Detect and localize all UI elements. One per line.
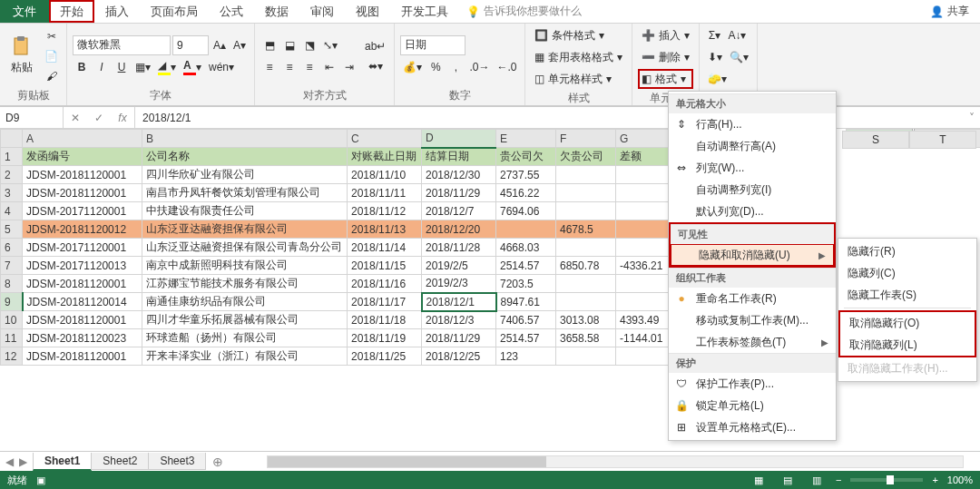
cell[interactable]: 开来丰泽实业（浙江）有限公司 bbox=[142, 347, 348, 366]
row-header[interactable]: 6 bbox=[1, 239, 23, 257]
increase-indent-button[interactable]: ⇥ bbox=[340, 58, 358, 76]
cell[interactable]: 江苏娜宝节能技术服务有限公司 bbox=[142, 275, 348, 293]
menu-protect-sheet[interactable]: 🛡保护工作表(P)... bbox=[669, 373, 836, 395]
cell[interactable]: 2018/11/15 bbox=[348, 257, 422, 275]
cell[interactable]: 2018/12/25 bbox=[422, 347, 496, 366]
tab-formulas[interactable]: 公式 bbox=[209, 0, 254, 23]
col-header-f[interactable]: F bbox=[556, 130, 616, 148]
cell[interactable] bbox=[496, 220, 556, 239]
cell[interactable]: 6850.78 bbox=[556, 257, 616, 275]
cell[interactable]: 2737.55 bbox=[496, 166, 556, 184]
fill-color-button[interactable]: ◢▾ bbox=[155, 58, 179, 76]
cell[interactable]: 4678.5 bbox=[556, 220, 616, 239]
align-top-button[interactable]: ⬒ bbox=[260, 36, 279, 54]
horizontal-scrollbar[interactable] bbox=[267, 455, 964, 468]
fill-button[interactable]: ⬇▾ bbox=[705, 48, 725, 66]
cell[interactable]: 2019/2/5 bbox=[422, 257, 496, 275]
decrease-decimal-button[interactable]: ←.0 bbox=[494, 58, 519, 76]
cell[interactable] bbox=[556, 347, 616, 366]
row-header[interactable]: 4 bbox=[1, 202, 23, 220]
cell[interactable]: JDSM-20181120001 bbox=[23, 311, 142, 329]
font-color-button[interactable]: A▾ bbox=[181, 58, 204, 76]
insert-function-button[interactable]: fx bbox=[111, 107, 134, 128]
cell[interactable]: JDSM-20171120001 bbox=[23, 202, 142, 220]
cell[interactable]: 2018/11/12 bbox=[348, 202, 422, 220]
tab-home[interactable]: 开始 bbox=[49, 0, 94, 23]
page-layout-view-button[interactable]: ▤ bbox=[778, 474, 798, 486]
tab-developer[interactable]: 开发工具 bbox=[390, 0, 459, 23]
zoom-slider[interactable] bbox=[850, 478, 923, 482]
wrap-text-button[interactable]: ab↵ bbox=[362, 37, 388, 55]
tell-me[interactable]: 💡 告诉我你想要做什么 bbox=[466, 0, 582, 23]
cell-styles-button[interactable]: ◫单元格样式 ▾ bbox=[531, 69, 626, 89]
col-header-a[interactable]: A bbox=[23, 130, 142, 148]
zoom-in-button[interactable]: + bbox=[932, 474, 937, 485]
cell[interactable]: 4668.03 bbox=[496, 239, 556, 257]
cell[interactable]: 公司名称 bbox=[142, 148, 348, 166]
sheet-tab-1[interactable]: Sheet1 bbox=[33, 453, 92, 471]
file-menu[interactable]: 文件 bbox=[0, 0, 49, 23]
tab-data[interactable]: 数据 bbox=[254, 0, 299, 23]
row-header[interactable]: 12 bbox=[1, 347, 23, 366]
align-left-button[interactable]: ≡ bbox=[260, 58, 279, 76]
cell[interactable]: 2018/11/17 bbox=[348, 293, 422, 311]
row-header[interactable]: 2 bbox=[1, 166, 23, 184]
clear-button[interactable]: 🧽▾ bbox=[705, 70, 730, 88]
cell[interactable]: 2018/11/13 bbox=[348, 220, 422, 239]
cell[interactable] bbox=[616, 275, 672, 293]
row-header[interactable]: 9 bbox=[1, 293, 23, 311]
cell[interactable]: 差额 bbox=[616, 148, 672, 166]
phonetic-button[interactable]: wén▾ bbox=[206, 58, 237, 76]
cell[interactable]: 2018/11/18 bbox=[348, 311, 422, 329]
cell[interactable]: JDSM-20181120001 bbox=[23, 184, 142, 202]
autosum-button[interactable]: Σ▾ bbox=[705, 26, 723, 44]
cell[interactable]: 2018/11/11 bbox=[348, 184, 422, 202]
add-sheet-button[interactable]: ⊕ bbox=[205, 455, 230, 469]
align-bottom-button[interactable]: ⬔ bbox=[300, 36, 318, 54]
cell[interactable]: 中扶建设有限责任公司 bbox=[142, 202, 348, 220]
sheet-tab-2[interactable]: Sheet2 bbox=[91, 453, 149, 470]
submenu-hide-cols[interactable]: 隐藏列(C) bbox=[838, 262, 976, 284]
bold-button[interactable]: B bbox=[73, 58, 91, 76]
font-name-combo[interactable]: 微软雅黑 bbox=[73, 35, 171, 55]
submenu-hide-sheet[interactable]: 隐藏工作表(S) bbox=[838, 284, 976, 306]
cell[interactable]: 2018/12/30 bbox=[422, 166, 496, 184]
cell[interactable]: 2514.57 bbox=[496, 329, 556, 347]
cell[interactable]: JDSM-20171120013 bbox=[23, 257, 142, 275]
cell[interactable]: 8947.61 bbox=[496, 293, 556, 311]
cell[interactable] bbox=[556, 166, 616, 184]
align-middle-button[interactable]: ⬓ bbox=[280, 36, 299, 54]
menu-row-height[interactable]: ⇕行高(H)... bbox=[669, 113, 836, 135]
cell[interactable]: 7203.5 bbox=[496, 275, 556, 293]
menu-rename-sheet[interactable]: ●重命名工作表(R) bbox=[669, 288, 836, 309]
cell[interactable]: 发函编号 bbox=[23, 148, 142, 166]
tab-review[interactable]: 审阅 bbox=[299, 0, 345, 23]
cell[interactable]: 2018/11/19 bbox=[348, 329, 422, 347]
paste-button[interactable]: 粘贴 bbox=[5, 34, 38, 77]
share-button[interactable]: 👤 共享 bbox=[919, 0, 980, 23]
cell[interactable]: 2018/11/16 bbox=[348, 275, 422, 293]
tab-insert[interactable]: 插入 bbox=[94, 0, 140, 23]
cell[interactable] bbox=[616, 184, 672, 202]
merge-center-button[interactable]: ⬌▾ bbox=[362, 57, 388, 75]
cell[interactable]: 2018/11/28 bbox=[422, 239, 496, 257]
cell[interactable]: 2018/11/14 bbox=[348, 239, 422, 257]
col-header-d[interactable]: D bbox=[422, 130, 496, 148]
page-break-view-button[interactable]: ▥ bbox=[807, 474, 827, 486]
cell[interactable] bbox=[556, 239, 616, 257]
underline-button[interactable]: U bbox=[113, 58, 131, 76]
cell[interactable]: 4393.49 bbox=[616, 311, 672, 329]
macro-record-icon[interactable]: ▣ bbox=[36, 474, 45, 486]
cell[interactable]: 2018/11/29 bbox=[422, 184, 496, 202]
find-button[interactable]: 🔍▾ bbox=[727, 48, 751, 66]
enter-formula-button[interactable]: ✓ bbox=[87, 107, 111, 128]
comma-button[interactable]: , bbox=[446, 58, 465, 76]
align-center-button[interactable]: ≡ bbox=[280, 58, 299, 76]
cell[interactable]: 结算日期 bbox=[422, 148, 496, 166]
cell[interactable]: 山东泛亚达融资担保有限公司青岛分公司 bbox=[142, 239, 348, 257]
cell[interactable]: 2018/11/29 bbox=[422, 329, 496, 347]
format-as-table-button[interactable]: ▦套用表格格式 ▾ bbox=[531, 47, 626, 67]
cell[interactable]: 2514.57 bbox=[496, 257, 556, 275]
col-header-s[interactable]: S bbox=[842, 131, 909, 149]
select-all-corner[interactable] bbox=[1, 130, 23, 148]
